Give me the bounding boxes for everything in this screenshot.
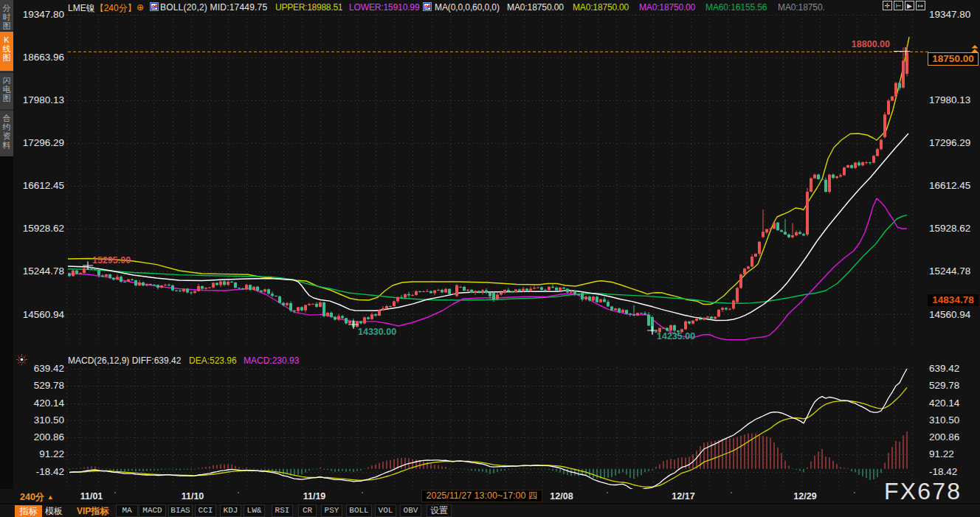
svg-text:14235.00: 14235.00 xyxy=(657,331,695,341)
svg-text:15295.00: 15295.00 xyxy=(92,255,131,266)
svg-text:14330.00: 14330.00 xyxy=(358,327,396,337)
svg-text:18800.00: 18800.00 xyxy=(852,39,890,49)
